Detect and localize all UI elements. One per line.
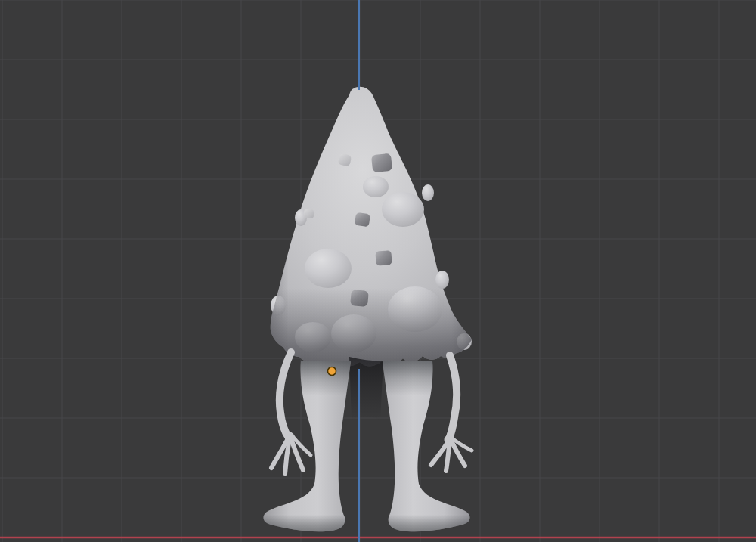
side-bump — [422, 184, 434, 201]
object-origin-marker[interactable] — [328, 367, 336, 376]
3d-viewport[interactable] — [0, 0, 756, 542]
underskirt-shadow — [349, 357, 383, 420]
viewport-stage — [0, 0, 756, 542]
